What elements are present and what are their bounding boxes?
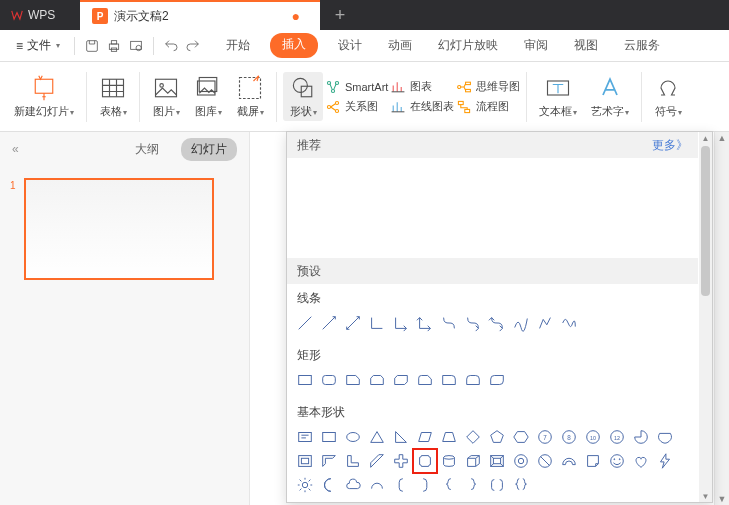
tab-animation[interactable]: 动画 (382, 33, 418, 58)
shape-arc[interactable] (365, 473, 389, 497)
shape-smiley[interactable] (605, 449, 629, 473)
shape-round-rect[interactable] (317, 368, 341, 392)
scroll-up-icon[interactable]: ▲ (715, 132, 729, 144)
new-slide-button[interactable]: 新建幻灯片▾ (8, 72, 80, 121)
shape-scribble[interactable] (557, 311, 581, 335)
scroll-down-icon[interactable]: ▼ (699, 490, 712, 502)
shape-brace-l[interactable] (437, 473, 461, 497)
shape-moon[interactable] (317, 473, 341, 497)
shape-hexagon[interactable] (509, 425, 533, 449)
shape-decagon[interactable]: 10 (581, 425, 605, 449)
shape-round2diag[interactable] (485, 368, 509, 392)
shape-foldedcorner[interactable] (581, 449, 605, 473)
tab-cloud[interactable]: 云服务 (618, 33, 666, 58)
shape-arrow-line[interactable] (317, 311, 341, 335)
shape-rtriangle[interactable] (389, 425, 413, 449)
image-button[interactable]: 图片▾ (146, 72, 186, 121)
shape-bracket-r[interactable] (413, 473, 437, 497)
scroll-up-icon[interactable]: ▲ (699, 132, 712, 144)
shape-diamond[interactable] (461, 425, 485, 449)
tab-slideshow[interactable]: 幻灯片放映 (432, 33, 504, 58)
undo-icon[interactable] (162, 37, 180, 55)
shape-can[interactable] (437, 449, 461, 473)
shape-curve[interactable] (437, 311, 461, 335)
symbol-button[interactable]: 符号▾ (648, 72, 688, 121)
shape-sun[interactable] (293, 473, 317, 497)
tab-start[interactable]: 开始 (220, 33, 256, 58)
shape-rect2[interactable] (317, 425, 341, 449)
slides-tab[interactable]: 幻灯片 (181, 138, 237, 161)
smartart-button[interactable]: SmartArt (325, 79, 388, 95)
shape-noentry[interactable] (533, 449, 557, 473)
screenshot-button[interactable]: 截屏▾ (230, 72, 270, 121)
new-tab-button[interactable]: + (320, 0, 360, 30)
shape-bevel[interactable] (485, 449, 509, 473)
shape-brackets[interactable] (485, 473, 509, 497)
shape-button[interactable]: 形状▾ (283, 72, 323, 121)
gallery-button[interactable]: 图库▾ (188, 72, 228, 121)
shape-dodecagon[interactable]: 12 (605, 425, 629, 449)
flowchart-button[interactable]: 流程图 (456, 99, 520, 115)
shape-round1[interactable] (437, 368, 461, 392)
textbox-button[interactable]: 文本框▾ (533, 72, 583, 121)
file-menu[interactable]: ≡ 文件 ▾ (10, 35, 66, 56)
tab-design[interactable]: 设计 (332, 33, 368, 58)
shape-snip2diag[interactable] (389, 368, 413, 392)
print-icon[interactable] (105, 37, 123, 55)
scrollbar-thumb[interactable] (701, 146, 710, 296)
shape-curve-arrow[interactable] (461, 311, 485, 335)
shape-lshape[interactable] (341, 449, 365, 473)
shape-freeform-poly[interactable] (533, 311, 557, 335)
shape-elbow[interactable] (365, 311, 389, 335)
shape-double-arrow[interactable] (341, 311, 365, 335)
shape-freeform-curve[interactable] (509, 311, 533, 335)
shape-textbox[interactable] (293, 425, 317, 449)
tab-insert[interactable]: 插入 (270, 33, 318, 58)
shape-curve-double[interactable] (485, 311, 509, 335)
shape-snip2same[interactable] (365, 368, 389, 392)
shape-snip1[interactable] (341, 368, 365, 392)
shape-diagstripe[interactable] (365, 449, 389, 473)
shape-pentagon[interactable] (485, 425, 509, 449)
outline-tab[interactable]: 大纲 (125, 138, 169, 161)
shape-bracket-l[interactable] (389, 473, 413, 497)
shape-elbow-arrow[interactable] (389, 311, 413, 335)
shape-brace-r[interactable] (461, 473, 485, 497)
shape-halfframe[interactable] (317, 449, 341, 473)
preview-icon[interactable] (127, 37, 145, 55)
more-link[interactable]: 更多》 (652, 137, 688, 154)
document-tab[interactable]: P 演示文稿2 ● (80, 0, 320, 30)
shape-lightning[interactable] (653, 449, 677, 473)
save-icon[interactable] (83, 37, 101, 55)
mindmap-button[interactable]: 思维导图 (456, 79, 520, 95)
shape-blockarc[interactable] (557, 449, 581, 473)
scroll-down-icon[interactable]: ▼ (715, 493, 729, 505)
shape-frame[interactable] (293, 449, 317, 473)
shape-plaque[interactable] (413, 449, 437, 473)
chart-button[interactable]: 图表 (390, 79, 454, 95)
online-chart-button[interactable]: 在线图表 (390, 99, 454, 115)
shape-oval[interactable] (341, 425, 365, 449)
shape-chord[interactable] (653, 425, 677, 449)
redo-icon[interactable] (184, 37, 202, 55)
slide-thumbnail[interactable] (24, 178, 214, 280)
shape-triangle[interactable] (365, 425, 389, 449)
shape-sniprnd[interactable] (413, 368, 437, 392)
shape-trapezoid[interactable] (437, 425, 461, 449)
popup-scrollbar[interactable]: ▲ ▼ (699, 132, 712, 502)
shape-cloud[interactable] (341, 473, 365, 497)
tab-view[interactable]: 视图 (568, 33, 604, 58)
shape-line[interactable] (293, 311, 317, 335)
shape-parallelogram[interactable] (413, 425, 437, 449)
shape-rect[interactable] (293, 368, 317, 392)
shape-octagon[interactable]: 8 (557, 425, 581, 449)
table-button[interactable]: 表格▾ (93, 72, 133, 121)
relation-button[interactable]: 关系图 (325, 99, 388, 115)
shape-round2same[interactable] (461, 368, 485, 392)
shape-plus[interactable] (389, 449, 413, 473)
shape-elbow-double[interactable] (413, 311, 437, 335)
shape-donut[interactable] (509, 449, 533, 473)
wordart-button[interactable]: 艺术字▾ (585, 72, 635, 121)
tab-review[interactable]: 审阅 (518, 33, 554, 58)
collapse-button[interactable]: « (12, 142, 19, 156)
